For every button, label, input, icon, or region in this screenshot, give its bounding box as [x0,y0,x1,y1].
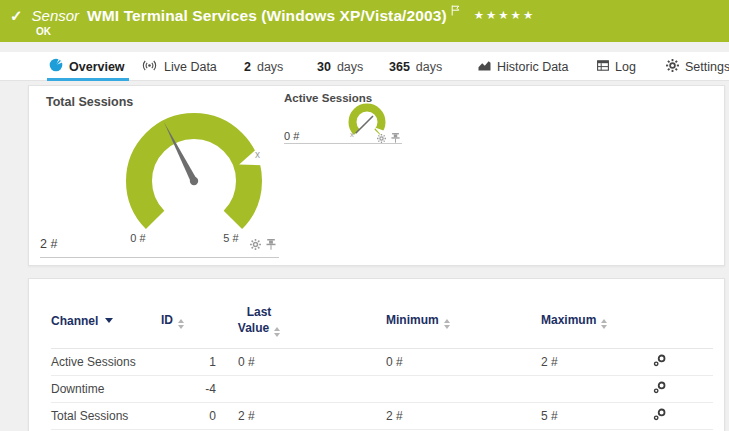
column-header-id[interactable]: ID [161,294,216,348]
channel-last-value-cell: 2 # [216,402,331,429]
table-row: Active Sessions 1 0 # 0 # 2 # [51,348,713,375]
total-gauge-divider [40,257,279,258]
tab-settings-label: Settings [685,60,729,74]
tab-2-days-number: 2 [244,60,251,74]
gauge-pin-icon[interactable] [266,239,276,250]
channel-maximum-cell: 2 # [486,348,641,375]
sensor-title: WMI Terminal Services (Windows XP/Vista/… [87,7,447,25]
tab-live-data-label: Live Data [164,60,217,74]
gauge-settings-gear-icon[interactable] [250,239,261,250]
table-header-row: Channel ID Last Value Minimum [51,294,713,348]
tab-bar: Overview Live Data 2 days 30 days 365 [0,52,729,81]
sensor-header: ✓ Sensor WMI Terminal Services (Windows … [0,0,729,42]
channel-settings-icon[interactable] [653,354,666,367]
small-gauge-min-marker-label: x [350,130,354,140]
channel-actions-cell [641,348,713,375]
active-sessions-current-value: 0 # [284,130,299,142]
gauge-icon [49,58,63,75]
channel-minimum-cell [331,375,486,402]
gauge-max-marker-label: x [255,150,260,160]
table-row: Total Sessions 0 2 # 2 # 5 # [51,402,713,429]
tab-365-days-label: days [416,60,442,74]
column-header-channel[interactable]: Channel [51,294,161,348]
channel-name-cell: Active Sessions [51,348,161,375]
channel-actions-cell [641,402,713,429]
channel-settings-icon[interactable] [653,408,666,421]
channel-id-cell: -4 [161,375,216,402]
column-header-maximum-label: Maximum [541,313,596,327]
channel-actions-cell [641,375,713,402]
tab-log-label: Log [615,60,636,74]
column-header-value-label: Value [238,321,269,335]
column-header-last-value[interactable]: Last Value [216,294,331,348]
status-ok-check-icon: ✓ [10,7,23,25]
tab-historic-data[interactable]: Historic Data [478,52,569,81]
column-header-minimum-label: Minimum [386,313,439,327]
tab-30-days-label: days [337,60,363,74]
channel-maximum-cell: 5 # [486,402,641,429]
channel-settings-icon[interactable] [653,381,666,394]
favorite-flag-icon[interactable] [451,5,460,16]
gauge-pin-icon[interactable] [391,133,400,143]
small-gauge-needle [356,116,373,133]
tab-2-days[interactable]: 2 days [244,52,283,81]
tab-365-days[interactable]: 365 days [389,52,442,81]
area-chart-icon [478,60,491,74]
active-gauge-tools [377,133,400,143]
channel-id-cell: 0 [161,402,216,429]
column-header-minimum[interactable]: Minimum [331,294,486,348]
total-gauge-tools [250,239,276,250]
gauges-panel: Total Sessions x 0 # 5 # 2 # [28,85,725,266]
tab-30-days[interactable]: 30 days [317,52,363,81]
column-header-last-label: Last [247,305,272,319]
tab-settings[interactable]: Settings [666,52,729,81]
prtg-sensor-page: ✓ Sensor WMI Terminal Services (Windows … [0,0,729,431]
total-sessions-current-value: 2 # [40,237,57,251]
gauge-scale-min: 0 # [124,232,152,244]
channel-minimum-cell: 0 # [331,348,486,375]
channel-last-value-cell: 0 # [216,348,331,375]
tab-overview[interactable]: Overview [49,52,125,81]
tab-live-data[interactable]: Live Data [141,52,217,81]
table-row: Downtime -4 [51,375,713,402]
channel-maximum-cell [486,375,641,402]
channel-id-cell: 1 [161,348,216,375]
sensor-status-badge: OK [36,26,51,37]
log-table-icon [597,60,609,74]
live-signal-icon [141,59,158,75]
object-kind-label: Sensor [32,7,80,25]
sort-icon [178,319,184,329]
sort-icon [444,319,450,329]
active-gauge-divider [284,143,402,144]
tab-2-days-label: days [257,60,283,74]
gear-icon [666,59,679,75]
sort-icon [274,327,280,337]
channel-table: Channel ID Last Value Minimum [51,294,713,430]
tab-365-days-number: 365 [389,60,410,74]
gauge-scale-max: 5 # [217,232,245,244]
sensor-header-row: ✓ Sensor WMI Terminal Services (Windows … [0,0,729,25]
tab-30-days-number: 30 [317,60,331,74]
priority-stars[interactable]: ★★★★★ [474,7,536,23]
column-header-maximum[interactable]: Maximum [486,294,641,348]
total-sessions-gauge [124,111,264,251]
tab-overview-label: Overview [69,60,125,74]
channel-name-cell: Downtime [51,375,161,402]
column-header-channel-label: Channel [51,314,98,328]
tab-log[interactable]: Log [597,52,636,81]
channel-last-value-cell [216,375,331,402]
sort-icon [601,319,607,329]
channel-minimum-cell: 2 # [331,402,486,429]
gauge-settings-gear-icon[interactable] [377,134,386,143]
column-header-actions [641,294,713,348]
channels-panel: Channel ID Last Value Minimum [28,278,725,431]
gauge-needle-pivot [190,177,198,185]
channel-name-cell: Total Sessions [51,402,161,429]
tab-historic-data-label: Historic Data [497,60,569,74]
sort-desc-icon [105,318,113,323]
column-header-id-label: ID [161,313,173,327]
total-sessions-gauge-title: Total Sessions [46,95,133,109]
